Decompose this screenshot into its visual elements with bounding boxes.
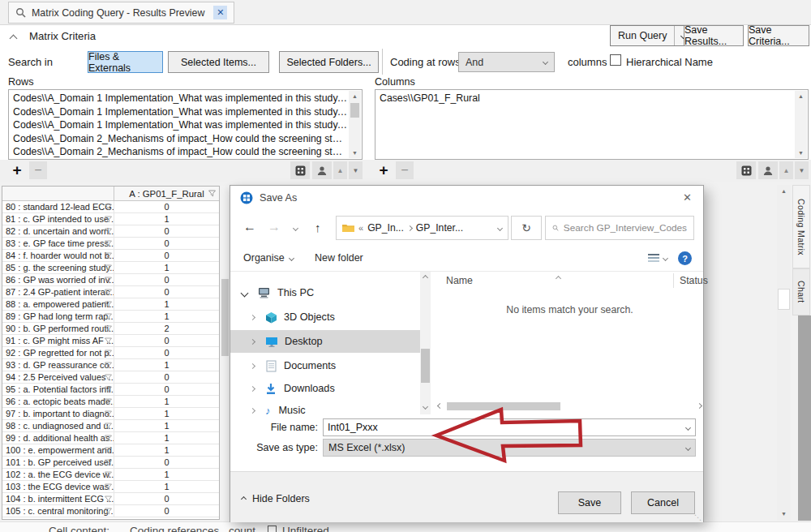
row-value[interactable]: 1	[114, 408, 219, 419]
row-value[interactable]: 1	[114, 213, 219, 225]
filter-icon[interactable]	[105, 496, 112, 503]
tab-matrix-coding-query[interactable]: Matrix Coding Query - Results Preview ✕	[8, 2, 234, 24]
table-row[interactable]: 92 : GP regretted for not p... 0	[2, 347, 219, 359]
rows-select-people-button[interactable]	[312, 161, 332, 179]
table-row[interactable]: 97 : b. important to diagno... 1	[2, 408, 219, 420]
scroll-up-icon[interactable]: ▲	[777, 185, 791, 198]
scroll-down-icon[interactable]: ▼	[795, 148, 807, 158]
tree-item-documents[interactable]: Documents	[230, 354, 420, 377]
columns-remove-button[interactable]: −	[396, 161, 414, 179]
rows-remove-button[interactable]: −	[29, 161, 47, 179]
row-value[interactable]: 1	[114, 444, 219, 456]
filter-icon[interactable]	[105, 313, 112, 320]
view-mode-button[interactable]	[648, 253, 667, 263]
row-value[interactable]: 0	[114, 457, 219, 468]
columns-listbox[interactable]: Cases\\GP01_F_Rural ▲ ▼	[375, 89, 809, 160]
table-row[interactable]: 101 : b. GP perceived usef... 0	[2, 457, 219, 469]
cell-content-value[interactable]: Coding references	[130, 525, 219, 532]
row-value[interactable]: 1	[114, 420, 219, 431]
tree-item-music[interactable]: ♪ Music	[230, 399, 420, 414]
resize-grip[interactable]: ⋱	[694, 513, 702, 521]
filter-icon[interactable]	[105, 362, 112, 369]
filter-icon[interactable]	[105, 337, 112, 345]
row-value[interactable]: 0	[114, 225, 219, 237]
table-row[interactable]: 82 : d. uncertain and worri... 0	[2, 225, 219, 238]
filter-icon[interactable]	[105, 252, 112, 260]
scroll-up-icon[interactable]: ▲	[349, 91, 361, 101]
chevron-collapsed-icon[interactable]	[250, 314, 255, 320]
column-header-cell[interactable]: A : GP01_F_Rural	[114, 187, 219, 200]
scroll-up-icon[interactable]	[423, 275, 428, 281]
run-query-split-button[interactable]: Run Query	[610, 25, 692, 46]
scroll-down-icon[interactable]: ▼	[777, 508, 791, 519]
table-row[interactable]: 89 : GP had long term rap... 1	[2, 311, 219, 323]
new-folder-button[interactable]: New folder	[315, 252, 363, 264]
table-row[interactable]: 95 : a. Potential factors infl... 0	[2, 384, 219, 396]
organise-button[interactable]: Organise	[243, 252, 294, 264]
table-row[interactable]: 86 : GP was worried of inv... 0	[2, 274, 219, 286]
table-row[interactable]: 100 : e. empowerment and... 1	[2, 444, 219, 457]
column-header-status[interactable]: Status	[680, 275, 708, 286]
tree-item-downloads[interactable]: Downloads	[230, 377, 420, 400]
filter-icon[interactable]	[105, 228, 112, 235]
save-button[interactable]: Save	[558, 491, 621, 514]
breadcrumb[interactable]: GP_Inter...	[416, 222, 463, 234]
chevron-collapsed-icon[interactable]	[250, 385, 255, 391]
scrollbar-thumb[interactable]	[421, 349, 430, 383]
table-row[interactable]: 96 : a. ectopic beats made... 1	[2, 396, 219, 408]
filter-icon[interactable]	[105, 264, 112, 272]
scroll-down-icon[interactable]	[423, 404, 428, 410]
rows-list-scrollbar[interactable]: ▲ ▼	[349, 91, 361, 158]
table-row[interactable]: 87 : 2.4 GP-patient interac... 0	[2, 286, 219, 298]
matrix-table-scrollbar[interactable]	[221, 186, 230, 520]
rows-move-down-button[interactable]: ▼	[349, 161, 363, 179]
table-row[interactable]: 84 : f. hoarder would not b... 0	[2, 250, 219, 262]
list-item[interactable]: Codes\\A_Domain 1 Implementation_What wa…	[13, 105, 347, 119]
tab-close-icon[interactable]: ✕	[213, 6, 227, 19]
search-box[interactable]: Search GP_Interview_Codes	[545, 216, 694, 240]
files-externals-button[interactable]: Files & Externals	[88, 51, 163, 73]
columns-move-down-button[interactable]: ▼	[795, 161, 809, 179]
operator-select[interactable]: And	[458, 52, 555, 72]
table-row[interactable]: 105 : c. central monitoring ... 0	[2, 505, 219, 517]
list-item[interactable]: Codes\\A_Domain 1 Implementation_What wa…	[13, 118, 347, 132]
scrollbar-thumb[interactable]	[221, 279, 229, 356]
column-header-name[interactable]: Name	[446, 275, 473, 286]
scroll-down-icon[interactable]: ▼	[349, 148, 361, 158]
row-value[interactable]: 0	[114, 493, 219, 504]
table-row[interactable]: 103 : the ECG device was ... 1	[2, 481, 219, 493]
row-value[interactable]: 1	[114, 432, 219, 444]
help-icon[interactable]: ?	[678, 251, 692, 265]
results-vscrollbar[interactable]: ▲ ▼	[777, 185, 791, 521]
rows-move-up-button[interactable]: ▲	[333, 161, 347, 179]
filter-icon[interactable]	[105, 459, 112, 466]
row-value[interactable]: 1	[114, 311, 219, 322]
hide-folders-button[interactable]: Hide Folders	[242, 493, 310, 504]
rows-listbox[interactable]: Codes\\A_Domain 1 Implementation_What wa…	[8, 89, 363, 160]
row-value[interactable]: 0	[114, 238, 219, 249]
table-row[interactable]: 102 : a. the ECG device w... 1	[2, 469, 219, 481]
filter-icon[interactable]	[105, 410, 112, 418]
chevron-collapsed-icon[interactable]	[250, 363, 255, 368]
columns-list-scrollbar[interactable]: ▲ ▼	[795, 91, 807, 158]
cancel-button[interactable]: Cancel	[631, 491, 695, 514]
chevron-collapsed-icon[interactable]	[250, 338, 255, 344]
list-item[interactable]: Cases\\GP01_F_Rural	[380, 92, 793, 105]
tree-item-desktop[interactable]: Desktop	[230, 330, 420, 353]
list-item[interactable]: Codes\\A_Domain 2_Mechanisms of impact_H…	[13, 145, 347, 159]
list-item[interactable]: Codes\\A_Domain 1 Implementation_What wa…	[13, 92, 347, 105]
dialog-close-icon[interactable]: ✕	[683, 191, 692, 204]
address-bar[interactable]: « GP_In... GP_Inter...	[336, 216, 508, 240]
table-row[interactable]: 91 : c. GP might miss AF ... 0	[2, 335, 219, 347]
table-row[interactable]: 98 : c. undiagnosed and u... 1	[2, 420, 219, 432]
row-value[interactable]: 1	[114, 481, 219, 492]
table-row[interactable]: 81 : c. GP intended to use ... 1	[2, 213, 219, 225]
tree-item-this-pc[interactable]: This PC	[230, 281, 420, 304]
back-icon[interactable]: ←	[243, 220, 256, 234]
row-value[interactable]: 1	[114, 469, 219, 480]
rows-add-button[interactable]: +	[8, 161, 26, 179]
columns-add-button[interactable]: +	[375, 161, 393, 179]
tab-coding-matrix[interactable]: Coding Matrix	[792, 185, 810, 268]
row-value[interactable]: 1	[114, 298, 219, 310]
table-row[interactable]: 104 : b. intermittent ECG ... 0	[2, 493, 219, 505]
